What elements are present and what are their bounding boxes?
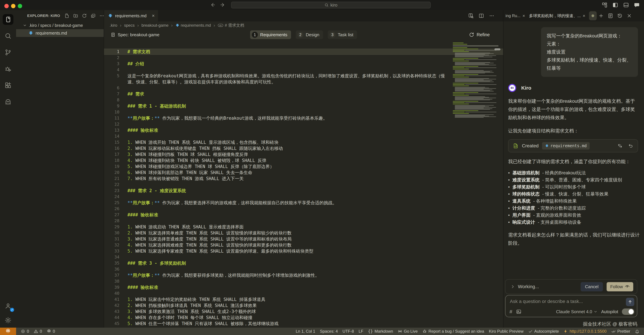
editor-line[interactable]: 6 xyxy=(104,85,503,91)
task-list-icon[interactable] xyxy=(608,13,613,19)
zoom-window-button[interactable] xyxy=(18,4,22,8)
editor-line[interactable]: 35### 需求 3 - 多球奖励机制 xyxy=(104,260,503,266)
editor-line[interactable]: 4 xyxy=(104,67,503,73)
model-selector[interactable]: Claude Sonnet 4.0 xyxy=(556,309,598,314)
editor-line[interactable]: 313. WHEN 玩家选择普通难度 THEN 系统 SHALL 设置中等的球速… xyxy=(104,236,503,242)
editor-line[interactable]: 324. WHEN 玩家选择困难难度 THEN 系统 SHALL 设置较快的球速… xyxy=(104,242,503,248)
status-0[interactable]: 0 xyxy=(34,329,42,334)
editor-line[interactable]: 291. WHEN 游戏启动 THEN 系统 SHALL 显示难度选择界面 xyxy=(104,224,503,230)
search-sidebar-icon[interactable] xyxy=(3,31,14,41)
extensions-icon[interactable] xyxy=(3,80,14,91)
chat-history-icon[interactable] xyxy=(617,13,622,19)
tree-folder-breakout-game[interactable]: .kiro / specs / breakout-game xyxy=(16,22,104,29)
close-tab-icon[interactable]: × xyxy=(152,13,155,19)
undo-icon[interactable] xyxy=(628,143,633,148)
history-back-icon[interactable] xyxy=(210,2,215,8)
editor-line[interactable]: 39#### 验收标准 xyxy=(104,284,503,290)
editor-line[interactable]: 422. WHEN 挡板接触到多球道具 THEN 系统 SHALL 激活多球效果 xyxy=(104,302,503,308)
chat-input-box[interactable]: Ask a question or describe a task... # C… xyxy=(505,295,637,317)
status-lf[interactable]: LF xyxy=(358,329,363,334)
editor-line[interactable]: 411. WHEN 玩家击中特定的奖励砖块 THEN 系统 SHALL 掉落多球… xyxy=(104,296,503,302)
editor-content[interactable]: 1# 需求文档23## 介绍45这是一个复杂的Breakout网页游戏，具有多种… xyxy=(104,40,503,326)
editor-line[interactable]: 26 xyxy=(104,206,503,212)
editor-line[interactable]: 40 xyxy=(104,290,503,296)
status-autocomplete[interactable]: Autocomplete xyxy=(528,329,559,334)
editor-line[interactable]: 13#### 验收标准 xyxy=(104,127,503,133)
minimize-window-button[interactable] xyxy=(11,4,16,8)
editor-line[interactable]: 38 xyxy=(104,278,503,284)
status-spaces-4[interactable]: Spaces: 4 xyxy=(320,329,338,334)
chat-tab-1[interactable]: ing Ru... × xyxy=(504,13,526,19)
spec-step-design[interactable]: 2Design xyxy=(296,30,323,39)
editor-line[interactable]: 217. WHEN 所有砖块被销毁 THEN 游戏 SHALL 进入下一关 xyxy=(104,176,503,182)
context-hash-button[interactable]: # xyxy=(510,309,512,314)
settings-gear-icon[interactable] xyxy=(3,315,14,325)
new-file-icon[interactable] xyxy=(64,13,70,18)
status-utf-8[interactable]: UTF-8 xyxy=(342,329,354,334)
layout-customize-icon[interactable] xyxy=(602,2,608,8)
close-chat-tab-icon[interactable]: × xyxy=(583,13,585,19)
chat-bubble-icon[interactable] xyxy=(634,2,640,8)
autopilot-toggle[interactable] xyxy=(622,308,634,315)
close-chat-panel-icon[interactable] xyxy=(626,13,632,19)
chat-tab-2[interactable]: 多球奖励机制，球的慢速、... × xyxy=(528,13,587,19)
editor-line[interactable]: 151. WHEN 游戏开始 THEN 系统 SHALL 显示游戏区域，包含挡板… xyxy=(104,139,503,145)
editor-line[interactable]: 7## 需求 xyxy=(104,91,503,97)
explorer-more-icon[interactable] xyxy=(99,13,104,18)
editor-more-icon[interactable] xyxy=(489,13,494,19)
editor-line[interactable]: 10 xyxy=(104,109,503,115)
status-kiro-public-preview[interactable]: Kiro Public Preview xyxy=(489,329,524,334)
history-forward-icon[interactable] xyxy=(220,2,226,8)
status-prettier[interactable]: Prettier xyxy=(611,329,630,334)
editor-line[interactable]: 162. WHEN 玩家移动鼠标或使用键盘 THEN 挡板 SHALL 跟随玩家… xyxy=(104,145,503,151)
breadcrumb-item[interactable]: specs xyxy=(124,23,135,28)
open-diff-icon[interactable] xyxy=(618,143,622,148)
editor-line[interactable]: 14 xyxy=(104,133,503,139)
toggle-panel-icon[interactable] xyxy=(623,2,629,8)
command-search-input[interactable]: kiro xyxy=(231,2,431,9)
split-editor-icon[interactable] xyxy=(479,13,484,19)
status-report-a-bug-suggest-an-idea[interactable]: Report a bug / Suggest an idea xyxy=(422,329,484,334)
chat-session-indicator[interactable] xyxy=(589,11,597,20)
new-folder-icon[interactable] xyxy=(73,13,78,18)
toggle-sidebar-icon[interactable] xyxy=(612,2,618,8)
editor-line[interactable]: 206. WHEN 球掉落到底部边界 THEN 玩家 SHALL 失去一条生命 xyxy=(104,170,503,176)
editor-line[interactable]: 184. WHEN 球碰撞到砖块 THEN 砖块 SHALL 被销毁，球 SHA… xyxy=(104,157,503,163)
explorer-icon[interactable] xyxy=(3,14,14,25)
editor-line[interactable]: 433. WHEN 多球效果激活 THEN 系统 SHALL 生成2-3个额外的… xyxy=(104,308,503,314)
editor-line[interactable]: 335. WHEN 玩家选择专家难度 THEN 系统 SHALL 设置最快的球速… xyxy=(104,248,503,254)
editor-line[interactable]: 173. WHEN 球碰撞到挡板 THEN 球 SHALL 根据碰撞角度反弹 xyxy=(104,151,503,157)
status-markdown[interactable]: {}Markdown xyxy=(368,329,393,334)
open-changes-icon[interactable] xyxy=(468,13,474,19)
account-icon[interactable]: ✓ xyxy=(3,300,14,311)
editor-line[interactable]: 36 xyxy=(104,266,503,272)
editor-line[interactable]: 302. WHEN 玩家选择简单难度 THEN 系统 SHALL 设置较慢的球速… xyxy=(104,230,503,236)
cancel-button[interactable]: Cancel xyxy=(580,282,603,291)
editor-line[interactable]: 2 xyxy=(104,55,503,61)
editor-line[interactable]: 195. WHEN 球碰撞到游戏区域边界 THEN 球 SHALL 反弹（除了底… xyxy=(104,163,503,170)
follow-button[interactable]: Follow xyxy=(606,282,633,291)
collapse-folders-icon[interactable] xyxy=(90,13,96,18)
editor-line[interactable]: 444. WHEN 存在多个球时 THEN 每个球 SHALL 独立运动和碰撞 xyxy=(104,314,503,320)
status-0[interactable]: 0 xyxy=(21,329,29,334)
breadcrumb-item-file[interactable]: requirements.md xyxy=(176,23,211,28)
editor-line[interactable]: 5这是一个复杂的Breakout网页游戏，具有多种游戏机制和特殊效果。游戏包含传… xyxy=(104,73,503,85)
breadcrumb-item[interactable]: breakout-game xyxy=(142,23,168,28)
editor-line[interactable]: 11**用户故事：** 作为玩家，我想要玩一个经典的Breakout游戏，这样我… xyxy=(104,115,503,121)
source-control-icon[interactable] xyxy=(3,47,14,58)
remote-indicator[interactable] xyxy=(0,327,16,335)
run-debug-icon[interactable] xyxy=(3,64,14,74)
editor-line[interactable]: 27#### 验收标准 xyxy=(104,212,503,218)
refresh-explorer-icon[interactable] xyxy=(82,13,87,18)
new-chat-icon[interactable] xyxy=(598,13,604,19)
breadcrumb-item[interactable]: .kiro xyxy=(110,23,117,28)
chevron-right-icon[interactable] xyxy=(510,284,515,289)
send-button[interactable] xyxy=(626,298,634,306)
scrollbar-thumb[interactable] xyxy=(494,48,500,50)
status-ln-1-col-1[interactable]: Ln 1, Col 1 xyxy=(296,329,315,334)
editor-line[interactable]: 12 xyxy=(104,121,503,127)
status-go-live[interactable]: Go Live xyxy=(398,329,418,334)
created-file-card[interactable]: Created requirements.md xyxy=(508,139,638,152)
refine-button[interactable]: Refine xyxy=(469,32,490,38)
editor-line[interactable]: 455. WHEN 任意一个球掉落 THEN 只有该球 SHALL 被移除，其他… xyxy=(104,320,503,326)
